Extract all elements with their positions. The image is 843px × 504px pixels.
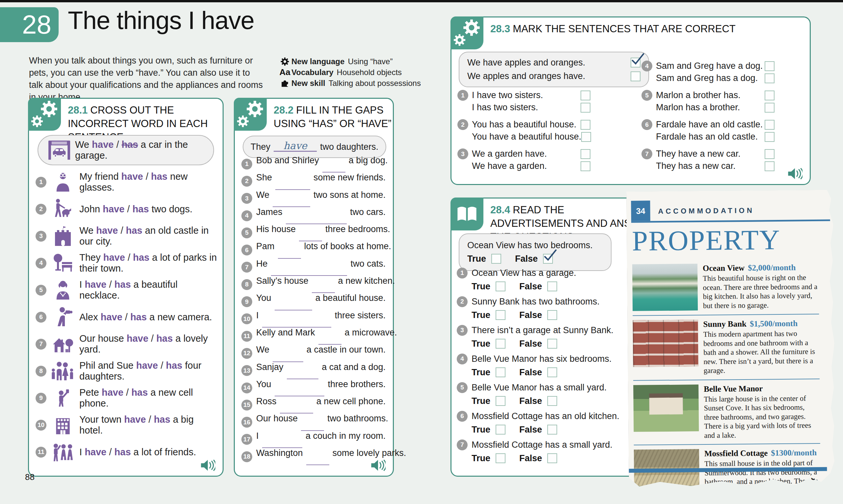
sentence-pair-item: 5 Marlon a brother has. Marlon has a bro… [642,89,774,113]
checkbox[interactable] [631,58,641,68]
cottage-photo [634,449,699,497]
answer-blank[interactable] [273,204,310,207]
choice-have[interactable]: have [121,171,143,182]
answer-blank[interactable] [273,359,303,362]
choice-have[interactable]: have [103,204,124,214]
false-label: False [515,254,538,264]
true-checkbox[interactable] [496,310,505,320]
false-checkbox[interactable] [547,310,557,320]
answer-blank[interactable] [301,428,324,431]
answer-blank[interactable] [287,377,319,379]
checkbox[interactable] [581,132,591,142]
choice-has[interactable]: has [166,360,182,371]
answer-blank[interactable] [319,342,341,345]
choice-has[interactable]: has [126,225,142,236]
choice-have[interactable]: have [124,414,146,425]
listing-name: Ocean View [703,263,745,273]
false-checkbox[interactable] [547,339,557,348]
choice-has[interactable]: has [157,333,173,344]
answer-blank[interactable] [299,239,322,241]
choice-has[interactable]: has [114,447,131,457]
checkbox[interactable] [580,103,590,113]
choice-has[interactable]: has [154,414,170,425]
answer-blank[interactable] [271,273,347,276]
answer-blank[interactable] [278,256,301,259]
choice-have[interactable]: have [136,360,158,371]
choice-has[interactable]: has [114,279,131,290]
false-checkbox[interactable] [547,453,557,463]
choice-have[interactable]: have [96,225,118,236]
answer-blank[interactable] [275,394,325,396]
audio-speaker-icon[interactable] [787,168,803,179]
false-checkbox[interactable] [547,367,557,377]
answer-blank[interactable] [322,170,345,173]
answer-blank[interactable] [262,445,302,448]
checkbox[interactable] [765,91,774,101]
choice-have[interactable]: have [85,447,106,457]
false-checkbox[interactable] [543,254,553,264]
true-checkbox[interactable] [491,254,501,264]
true-label: True [471,396,490,406]
true-checkbox[interactable] [496,339,505,348]
checkbox[interactable] [580,120,590,130]
answer-blank[interactable] [262,325,331,327]
true-checkbox[interactable] [496,367,505,377]
true-checkbox[interactable] [496,282,505,291]
choice-have[interactable]: have [126,333,148,344]
property-listing: Ocean View$2,000/month This beautiful ho… [632,258,819,316]
person-glasses-icon [47,172,79,192]
aa-icon: Aa [278,67,291,77]
sentence-option-row: I has two sisters. [472,102,590,113]
answer-blank[interactable] [312,290,335,293]
item-number: 2 [458,119,468,130]
item-number: 3 [458,148,468,159]
false-checkbox[interactable] [547,282,557,291]
checkbox[interactable] [580,161,590,171]
checkbox[interactable] [580,91,590,101]
choice-has[interactable]: has [133,252,149,263]
true-checkbox[interactable] [496,425,505,434]
gears-icon [28,98,61,131]
exercise-28-3-title: 28.3MARK THE SENTENCES THAT ARE CORRECT [490,22,800,36]
audio-speaker-icon[interactable] [200,460,215,471]
false-checkbox[interactable] [547,396,557,406]
answer-blank[interactable] [286,221,347,224]
choice-has[interactable]: has [130,312,147,322]
true-checkbox[interactable] [496,453,505,463]
choice-has[interactable]: has [131,387,148,398]
checkbox[interactable] [765,132,774,142]
item-number: 1 [458,90,468,101]
item-number: 1 [241,159,252,169]
checkbox[interactable] [765,73,774,83]
exercise-28-3: 28.3MARK THE SENTENCES THAT ARE CORRECT … [450,16,811,185]
choice-have[interactable]: have [101,312,122,322]
answer-blank[interactable] [275,308,312,310]
false-checkbox[interactable] [547,425,557,434]
true-label: True [471,367,490,378]
answer-blank[interactable] [275,187,310,190]
checkbox[interactable] [580,149,590,159]
true-checkbox[interactable] [496,396,505,406]
answer-blank[interactable] [306,463,329,465]
sentence-pair-item: 1 I have two sisters. I has two sisters. [458,89,590,113]
item-number: 5 [36,285,47,295]
sentence-option-row: We apples and oranges have. [467,70,641,82]
item-number: 6 [642,119,652,130]
choice-have[interactable]: have [85,279,106,290]
checkbox[interactable] [765,103,774,113]
answer-blank[interactable] [280,411,313,413]
sentence-option-row: Sam and Greg has a dog. [656,72,774,84]
choice-have[interactable]: have [102,387,124,398]
checkbox[interactable] [765,120,774,130]
checkbox[interactable] [631,71,641,81]
false-label: False [519,310,542,320]
checkbox[interactable] [765,61,774,71]
choice-have[interactable]: have [103,252,125,263]
choice-has[interactable]: has [151,171,167,182]
item-number: 13 [241,365,252,376]
checkbox[interactable] [765,161,774,171]
choice-has[interactable]: has [132,204,149,214]
audio-speaker-icon[interactable] [371,460,385,471]
checkbox[interactable] [765,149,774,159]
exercise-28-3-right-column: 4 Sam and Greg have a dog. Sam and Greg … [642,60,774,177]
